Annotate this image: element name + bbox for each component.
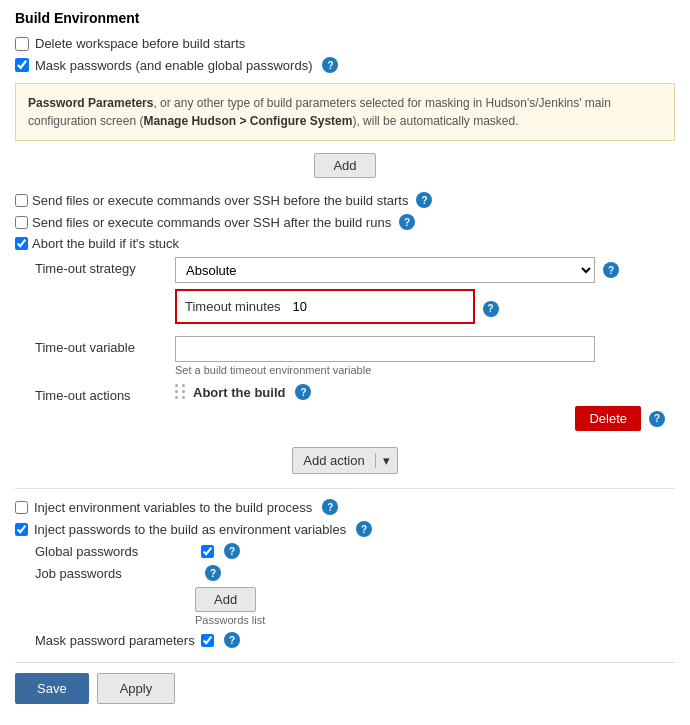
save-button[interactable]: Save (15, 673, 89, 704)
timeout-actions-row: Time-out actions Abort the build ? Delet… (15, 384, 675, 439)
send-before-row: Send files or execute commands over SSH … (15, 192, 675, 208)
job-passwords-add-button[interactable]: Add (195, 587, 256, 612)
delete-workspace-checkbox[interactable] (15, 37, 29, 51)
global-passwords-checkbox[interactable] (201, 545, 214, 558)
mask-passwords-row: Mask passwords (and enable global passwo… (15, 57, 675, 73)
mask-passwords-help-icon[interactable]: ? (322, 57, 338, 73)
timeout-minutes-label: Timeout minutes (185, 299, 281, 314)
mask-password-params-checkbox-cell (201, 634, 214, 647)
timeout-actions-label: Time-out actions (35, 384, 175, 403)
section-title: Build Environment (15, 10, 675, 26)
send-after-label: Send files or execute commands over SSH … (32, 215, 391, 230)
timeout-minutes-box: Timeout minutes (175, 289, 475, 324)
abort-stuck-checkbox[interactable] (15, 237, 28, 250)
mask-passwords-checkbox[interactable] (15, 58, 29, 72)
timeout-strategy-control-row: Absolute Deadline Elastic Likely stuck N… (175, 257, 675, 283)
add-action-button-label: Add action (293, 453, 374, 468)
timeout-variable-hint: Set a build timeout environment variable (175, 364, 675, 376)
timeout-variable-control-row (175, 336, 675, 362)
inject-env-label: Inject environment variables to the buil… (34, 500, 312, 515)
timeout-strategy-select[interactable]: Absolute Deadline Elastic Likely stuck N… (175, 257, 595, 283)
add-action-button[interactable]: Add action ▾ (292, 447, 397, 474)
timeout-variable-label: Time-out variable (35, 336, 175, 355)
abort-action-label: Abort the build (193, 385, 285, 400)
footer-row: Save Apply (15, 662, 675, 704)
timeout-actions-help-icon[interactable]: ? (295, 384, 311, 400)
divider (15, 488, 675, 489)
inject-passwords-help-icon[interactable]: ? (356, 521, 372, 537)
global-passwords-row: Global passwords ? (15, 543, 675, 559)
drag-handle-icon[interactable] (175, 384, 187, 400)
inject-passwords-checkbox[interactable] (15, 523, 28, 536)
delete-button[interactable]: Delete (575, 406, 641, 431)
send-before-label: Send files or execute commands over SSH … (32, 193, 408, 208)
mask-password-params-help-icon[interactable]: ? (224, 632, 240, 648)
passwords-list-text: Passwords list (15, 614, 675, 626)
send-before-checkbox[interactable] (15, 194, 28, 207)
send-after-row: Send files or execute commands over SSH … (15, 214, 675, 230)
apply-button[interactable]: Apply (97, 673, 176, 704)
mask-password-params-checkbox[interactable] (201, 634, 214, 647)
timeout-variable-row: Time-out variable Set a build timeout en… (15, 336, 675, 376)
send-before-help-icon[interactable]: ? (416, 192, 432, 208)
timeout-minutes-input[interactable] (289, 297, 465, 316)
info-box-link: Manage Hudson > Configure System (143, 114, 352, 128)
timeout-strategy-row: Time-out strategy Absolute Deadline Elas… (15, 257, 675, 328)
abort-stuck-label: Abort the build if it's stuck (32, 236, 179, 251)
global-passwords-help-icon[interactable]: ? (224, 543, 240, 559)
inject-env-help-icon[interactable]: ? (322, 499, 338, 515)
inject-passwords-label: Inject passwords to the build as environ… (34, 522, 346, 537)
mask-passwords-label: Mask passwords (and enable global passwo… (35, 58, 312, 73)
inject-env-checkbox[interactable] (15, 501, 28, 514)
global-passwords-checkbox-cell (201, 545, 214, 558)
mask-password-params-row: Mask password parameters ? (15, 632, 675, 648)
info-box: Password Parameters, or any other type o… (15, 83, 675, 141)
add-action-row: Add action ▾ (15, 447, 675, 474)
abort-stuck-row: Abort the build if it's stuck (15, 236, 675, 251)
timeout-actions-wrap: Abort the build ? Delete ? (175, 384, 675, 439)
inject-passwords-row: Inject passwords to the build as environ… (15, 521, 675, 537)
delete-workspace-label: Delete workspace before build starts (35, 36, 245, 51)
info-box-suffix: ), will be automatically masked. (352, 114, 518, 128)
mask-password-params-label: Mask password parameters (35, 633, 195, 648)
job-passwords-row: Job passwords ? (15, 565, 675, 581)
add-action-arrow-icon[interactable]: ▾ (375, 453, 397, 468)
timeout-strategy-wrap: Absolute Deadline Elastic Likely stuck N… (175, 257, 675, 328)
send-after-help-icon[interactable]: ? (399, 214, 415, 230)
send-after-checkbox[interactable] (15, 216, 28, 229)
info-box-prefix: Password Parameters (28, 96, 153, 110)
timeout-minutes-help-icon[interactable]: ? (483, 301, 499, 317)
job-passwords-label: Job passwords (35, 566, 195, 581)
timeout-variable-wrap: Set a build timeout environment variable (175, 336, 675, 376)
add-button[interactable]: Add (314, 153, 375, 178)
timeout-strategy-help-icon[interactable]: ? (603, 262, 619, 278)
add-button-row: Add (15, 153, 675, 178)
global-passwords-label: Global passwords (35, 544, 195, 559)
delete-help-icon[interactable]: ? (649, 411, 665, 427)
inject-env-row: Inject environment variables to the buil… (15, 499, 675, 515)
job-passwords-add-row: Add (15, 587, 675, 612)
timeout-strategy-label: Time-out strategy (35, 257, 175, 276)
job-passwords-help-icon[interactable]: ? (205, 565, 221, 581)
timeout-variable-input[interactable] (175, 336, 595, 362)
delete-workspace-row: Delete workspace before build starts (15, 36, 675, 51)
